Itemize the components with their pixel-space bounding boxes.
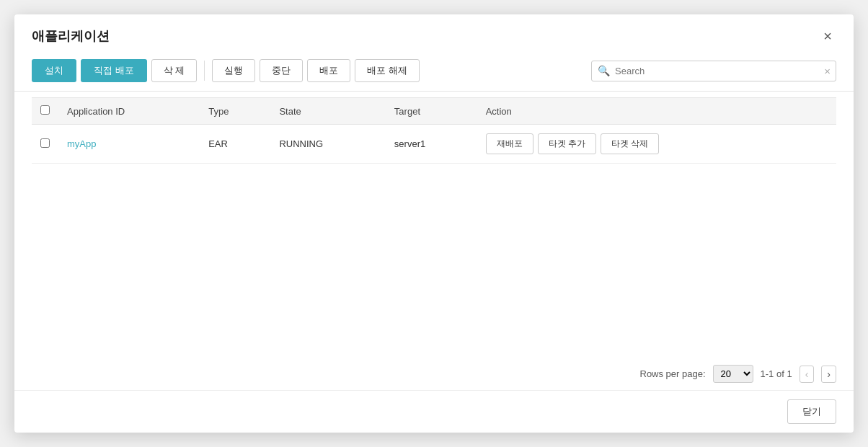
row-state: RUNNING xyxy=(270,125,385,164)
install-button[interactable]: 설치 xyxy=(32,59,76,82)
row-type: EAR xyxy=(200,125,270,164)
applications-table: Application ID Type State Target Action … xyxy=(32,97,836,164)
header-type: Type xyxy=(200,98,270,125)
header-state: State xyxy=(270,98,385,125)
page-info: 1-1 of 1 xyxy=(761,368,792,379)
run-button[interactable]: 실행 xyxy=(212,59,255,82)
row-target: server1 xyxy=(386,125,477,164)
action-button-1[interactable]: 타겟 추가 xyxy=(538,133,596,154)
row-checkbox[interactable] xyxy=(40,138,50,148)
action-button-0[interactable]: 재배포 xyxy=(486,133,533,154)
row-app-id: myApp xyxy=(58,125,200,164)
footer-close-button[interactable]: 닫기 xyxy=(787,399,836,424)
table-row: myApp EAR RUNNING server1 재배포타겟 추가타겟 삭제 xyxy=(32,125,836,164)
undeploy-button[interactable]: 배포 해제 xyxy=(355,59,420,82)
toolbar: 설치 직접 배포 삭 제 실행 중단 배포 배포 해제 🔍 × xyxy=(14,52,854,92)
app-id-link[interactable]: myApp xyxy=(67,138,96,149)
modal-title: 애플리케이션 xyxy=(32,27,110,45)
modal-footer: 닫기 xyxy=(14,390,854,433)
search-box: 🔍 × xyxy=(591,61,836,81)
row-actions: 재배포타겟 추가타겟 삭제 xyxy=(477,125,836,164)
stop-button[interactable]: 중단 xyxy=(260,59,303,82)
close-icon-button[interactable]: × xyxy=(819,27,836,45)
table-header-row: Application ID Type State Target Action xyxy=(32,98,836,125)
delete-button[interactable]: 삭 제 xyxy=(151,59,198,82)
rows-per-page-label: Rows per page: xyxy=(640,368,706,379)
search-input[interactable] xyxy=(591,61,836,81)
header-action: Action xyxy=(477,98,836,125)
select-all-checkbox[interactable] xyxy=(40,105,50,115)
application-modal: 애플리케이션 × 설치 직접 배포 삭 제 실행 중단 배포 배포 해제 🔍 ×… xyxy=(14,14,854,433)
toolbar-separator xyxy=(204,61,205,81)
action-button-2[interactable]: 타겟 삭제 xyxy=(601,133,659,154)
next-page-button[interactable]: › xyxy=(821,366,836,383)
direct-deploy-button[interactable]: 직접 배포 xyxy=(81,59,147,82)
prev-page-button[interactable]: ‹ xyxy=(800,366,815,383)
table-area: Application ID Type State Target Action … xyxy=(14,92,854,358)
header-target: Target xyxy=(386,98,477,125)
rows-per-page-select[interactable]: 20 50 100 xyxy=(713,365,753,383)
header-app-id: Application ID xyxy=(58,98,200,125)
header-checkbox-col xyxy=(32,98,58,125)
pagination: Rows per page: 20 50 100 1-1 of 1 ‹ › xyxy=(14,358,854,390)
search-clear-button[interactable]: × xyxy=(824,66,831,76)
page-select: 20 50 100 xyxy=(713,365,753,383)
modal-header: 애플리케이션 × xyxy=(14,14,854,52)
deploy-button[interactable]: 배포 xyxy=(307,59,350,82)
row-checkbox-cell xyxy=(32,125,58,164)
